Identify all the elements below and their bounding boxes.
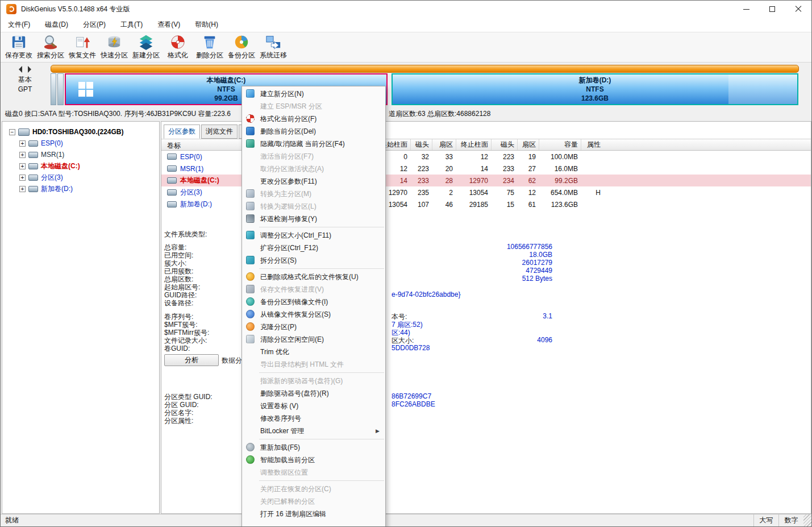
expand-icon[interactable]: + [19, 152, 26, 158]
volume-column-header[interactable]: 卷标 [167, 141, 181, 151]
new-partition-button[interactable]: 新建分区 [130, 32, 162, 62]
context-menu-item[interactable]: 扩容分区(Ctrl_F12) [242, 242, 385, 254]
close-button[interactable] [785, 1, 811, 18]
cell: 123.6GB [539, 201, 581, 209]
menubar-item[interactable]: 文件(F) [1, 18, 38, 32]
backup-partition-button[interactable]: 备份分区 [226, 32, 257, 62]
context-menu-item[interactable]: 智能加载当前分区 [242, 454, 385, 466]
context-menu-item[interactable]: 设置卷标 (V) [242, 400, 385, 412]
tree-item-label: ESP(0) [41, 139, 63, 147]
tab-browse-files[interactable]: 浏览文件 [201, 125, 238, 139]
delete-partition-icon [202, 34, 218, 50]
analyze-button[interactable]: 分析 [164, 354, 219, 366]
column-header[interactable]: 容量 [539, 139, 581, 150]
recover-files-button[interactable]: 恢复文件 [66, 32, 98, 62]
backup-image-icon [246, 297, 255, 306]
menubar-item[interactable]: 磁盘(D) [38, 18, 76, 32]
context-menu-item[interactable]: 已删除或格式化后的文件恢复(U) [242, 271, 385, 283]
expand-icon[interactable]: + [19, 186, 26, 192]
context-menu-item[interactable]: 重新加载(F5) [242, 441, 385, 454]
context-menu-item[interactable]: 清除分区空闲空间(E) [242, 333, 385, 346]
delete-icon [246, 127, 255, 135]
tree-item[interactable]: +分区(3) [2, 172, 159, 183]
context-menu-item[interactable]: 备份分区到镜像文件(I) [242, 296, 385, 308]
tool-label: 删除分区 [196, 51, 223, 60]
row-cells: 032331222319100.0MB [377, 153, 603, 161]
maximize-button[interactable] [759, 1, 785, 18]
partition-d-block[interactable]: 新加卷(D:) NTFS 123.6GB [392, 73, 798, 105]
delete-partition-button[interactable]: 删除分区 [194, 32, 226, 62]
context-menu-item[interactable]: 打开 16 进制扇区编辑 [242, 508, 385, 520]
partition-icon [167, 189, 177, 196]
row-cells: 129702352130547512654.0MBH [377, 189, 603, 197]
column-header[interactable]: 属性 [581, 139, 603, 150]
tree-item[interactable]: +ESP(0) [2, 138, 159, 149]
context-menu-item[interactable]: BitLocker 管理▶ [242, 425, 385, 437]
resize-grip-icon[interactable] [803, 514, 811, 526]
partition-icon [28, 175, 38, 181]
minimize-button[interactable] [733, 1, 759, 18]
tab-partition-params[interactable]: 分区参数 [164, 125, 200, 139]
partition-tree-panel: − HD0:TOSHIBAQ300.(224GB) +ESP(0)+MSR(1)… [2, 121, 160, 514]
context-menu-item[interactable]: 更改分区参数(F11) [242, 175, 385, 188]
context-menu-item[interactable]: 坏道检测与修复(Y) [242, 213, 385, 225]
menubar-item[interactable]: 帮助(H) [188, 18, 226, 32]
context-menu-item[interactable]: 修改卷序列号 [242, 412, 385, 425]
cell: 75 [491, 189, 517, 197]
collapse-icon[interactable]: − [9, 129, 15, 135]
format-button[interactable]: 格式化 [162, 32, 194, 62]
expand-icon[interactable]: + [19, 175, 26, 181]
format-icon [170, 34, 186, 50]
column-header[interactable]: 磁头 [410, 139, 432, 150]
quick-partition-button[interactable]: 快速分区 [98, 32, 130, 62]
detail-value: 4729449 [389, 267, 552, 275]
tree-item[interactable]: +MSR(1) [2, 149, 159, 160]
column-header[interactable]: 扇区 [517, 139, 539, 150]
column-header[interactable]: 磁头 [491, 139, 517, 150]
disk-nav: 基本 GPT [1, 66, 49, 94]
context-menu-item: 关闭已解释的分区 [242, 495, 385, 508]
partition-icon [167, 201, 177, 208]
window-controls [733, 1, 811, 18]
context-menu-item[interactable]: 建立新分区(N) [242, 88, 385, 100]
menubar-item[interactable]: 分区(P) [76, 18, 113, 32]
context-menu-item[interactable]: 删除当前分区(Del) [242, 125, 385, 138]
convert-logical-icon [246, 202, 255, 210]
expand-icon[interactable]: + [19, 163, 26, 169]
column-header[interactable]: 扇区 [432, 139, 456, 150]
column-header[interactable]: 终止柱面 [456, 139, 491, 150]
column-headers: 起始柱面磁头扇区终止柱面磁头扇区容量属性 [377, 139, 603, 150]
system-migrate-icon [265, 34, 281, 50]
context-menu-item[interactable]: 删除驱动器号(盘符)(R) [242, 387, 385, 400]
app-icon [6, 4, 16, 14]
context-menu-item[interactable]: 格式化当前分区(F) [242, 113, 385, 125]
tree-root[interactable]: − HD0:TOSHIBAQ300.(224GB) [2, 126, 159, 138]
context-menu-item[interactable]: 隐藏/取消隐藏 当前分区(F4) [242, 138, 385, 150]
context-menu-item[interactable]: Trim 优化 [242, 346, 385, 358]
tree-children: +ESP(0)+MSR(1)+本地磁盘(C:)+分区(3)+新加卷(D:) [2, 138, 159, 194]
cell: 15 [491, 201, 517, 209]
search-partition-button[interactable]: 搜索分区 [35, 32, 66, 62]
context-menu-item[interactable]: 拆分分区(S) [242, 254, 385, 267]
menubar-item[interactable]: 查看(V) [150, 18, 188, 32]
tree-item[interactable]: +本地磁盘(C:) [2, 160, 159, 172]
prev-disk-button[interactable] [19, 66, 22, 73]
detail-label: 卷GUID: [164, 344, 190, 354]
expand-icon[interactable]: + [19, 140, 26, 147]
cell: 235 [410, 189, 432, 197]
esp-partition-block[interactable] [51, 73, 56, 105]
menubar: 文件(F)磁盘(D)分区(P)工具(T)查看(V)帮助(H) [1, 18, 811, 32]
cell: 19 [517, 153, 539, 161]
menubar-item[interactable]: 工具(T) [113, 18, 150, 32]
context-menu-item[interactable]: 克隆分区(P) [242, 321, 385, 333]
tool-label: 格式化 [168, 51, 188, 60]
msr-partition-block[interactable] [57, 73, 64, 105]
save-changes-button[interactable]: 保存更改 [3, 32, 35, 62]
context-menu-item[interactable]: 从镜像文件恢复分区(S) [242, 308, 385, 321]
tree-item[interactable]: +新加卷(D:) [2, 183, 159, 194]
save-progress-icon [246, 285, 255, 293]
context-menu-item[interactable]: 调整分区大小(Ctrl_F11) [242, 229, 385, 242]
next-disk-button[interactable] [28, 66, 31, 73]
system-migrate-button[interactable]: 系统迁移 [257, 32, 289, 62]
partition-icon [167, 165, 177, 172]
